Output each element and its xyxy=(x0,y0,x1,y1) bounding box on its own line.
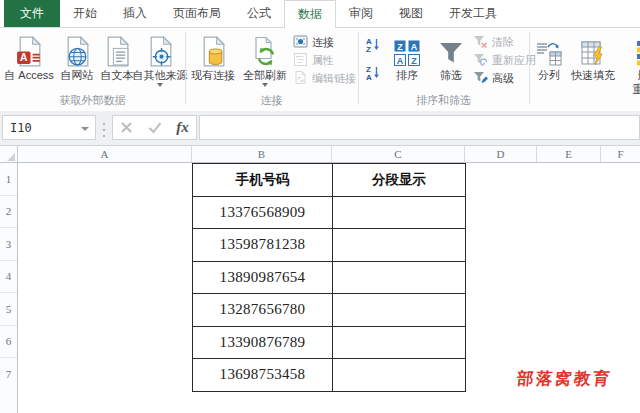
from-other-sources-button[interactable]: 自其他来源 xyxy=(137,31,183,95)
access-file-icon: A xyxy=(16,31,43,67)
advanced-filter-icon xyxy=(473,70,488,87)
row-header-6[interactable]: 6 xyxy=(0,326,17,359)
sort-ascending-button[interactable]: A Z xyxy=(361,31,383,57)
existing-connections-button[interactable]: 现有连接 xyxy=(189,31,237,95)
svg-text:A: A xyxy=(411,42,418,52)
column-header-c[interactable]: C xyxy=(332,146,465,162)
sort-za-icon: Z A xyxy=(364,64,381,81)
cell-segment-display[interactable] xyxy=(333,326,466,359)
table-row: 13890987654 xyxy=(193,261,466,294)
cell-segment-display[interactable] xyxy=(333,229,466,262)
phone-table: 手机号码 分段显示 13376568909 13598781238 138909… xyxy=(192,163,466,392)
cell-segment-display[interactable] xyxy=(333,359,466,392)
cell-phone-number[interactable]: 13598781238 xyxy=(193,229,333,262)
tab-data[interactable]: 数据 xyxy=(284,0,336,28)
column-header-d[interactable]: D xyxy=(465,146,537,162)
connections-icon xyxy=(293,34,308,51)
tab-file[interactable]: 文件 xyxy=(4,0,60,27)
column-header-b[interactable]: B xyxy=(192,146,332,162)
flash-fill-button[interactable]: 快速填充 xyxy=(569,31,617,95)
formula-bar: I10 fx xyxy=(0,111,640,146)
ribbon-tab-bar: 文件 开始 插入 页面布局 公式 数据 审阅 视图 开发工具 xyxy=(0,0,640,28)
cell-segment-header[interactable]: 分段显示 xyxy=(333,164,466,197)
advanced-filter-button[interactable]: 高级 xyxy=(473,69,514,87)
reapply-filter-icon xyxy=(473,52,488,69)
cancel-icon[interactable] xyxy=(120,121,133,134)
cell-phone-number[interactable]: 13890987654 xyxy=(193,261,333,294)
tab-review[interactable]: 审阅 xyxy=(336,0,386,27)
sort-dialog-icon: Z A A Z xyxy=(393,31,421,67)
group-separator xyxy=(529,32,530,104)
tab-view[interactable]: 视图 xyxy=(386,0,436,27)
column-header-f[interactable]: F xyxy=(601,146,640,162)
formula-buttons: fx xyxy=(112,115,197,140)
svg-text:Z: Z xyxy=(397,42,403,52)
cell-phone-number[interactable]: 13698753458 xyxy=(193,359,333,392)
tab-home[interactable]: 开始 xyxy=(60,0,110,27)
column-header-row: A B C D E F xyxy=(0,146,640,163)
dropdown-caret-icon xyxy=(157,83,163,87)
tab-insert[interactable]: 插入 xyxy=(110,0,160,27)
formula-bar-splitter[interactable] xyxy=(103,123,105,125)
row-header-7[interactable]: 7 xyxy=(0,358,17,391)
filter-button[interactable]: 筛选 xyxy=(431,31,471,95)
row-header-2[interactable]: 2 xyxy=(0,196,17,229)
name-box[interactable]: I10 xyxy=(2,115,96,140)
table-row: 13287656780 xyxy=(193,294,466,327)
edit-links-button: 编辑链接 xyxy=(293,69,356,87)
enter-icon[interactable] xyxy=(148,121,162,134)
sort-button[interactable]: Z A A Z 排序 xyxy=(385,31,429,95)
svg-text:A: A xyxy=(20,52,28,63)
sort-az-icon: A Z xyxy=(364,36,381,53)
from-web-button[interactable]: 自网站 xyxy=(57,31,97,95)
text-file-icon xyxy=(104,31,131,67)
svg-text:A: A xyxy=(397,56,404,66)
refresh-all-button[interactable]: 全部刷新 xyxy=(241,31,289,95)
table-row: 13390876789 xyxy=(193,326,466,359)
cell-segment-display[interactable] xyxy=(333,261,466,294)
cell-phone-number[interactable]: 13390876789 xyxy=(193,326,333,359)
globe-file-icon xyxy=(64,31,91,67)
from-access-button[interactable]: A 自 Access xyxy=(2,31,56,95)
row-header-3[interactable]: 3 xyxy=(0,228,17,261)
table-row: 13376568909 xyxy=(193,196,466,229)
refresh-icon xyxy=(251,31,279,67)
cell-segment-display[interactable] xyxy=(333,294,466,327)
cell-phone-number[interactable]: 13287656780 xyxy=(193,294,333,327)
text-to-columns-icon xyxy=(535,31,563,67)
crosshair-file-icon xyxy=(147,31,174,67)
group-label-sort-filter: 排序和筛选 xyxy=(358,93,529,108)
column-header-e[interactable]: E xyxy=(537,146,601,162)
column-header-a[interactable]: A xyxy=(18,146,192,162)
select-all-corner[interactable] xyxy=(0,146,18,162)
group-label-get-external-data: 获取外部数据 xyxy=(0,93,185,108)
sort-descending-button[interactable]: Z A xyxy=(361,59,383,85)
row-header-5[interactable]: 5 xyxy=(0,293,17,326)
tab-formulas[interactable]: 公式 xyxy=(234,0,284,27)
from-text-button[interactable]: 自文本 xyxy=(97,31,137,95)
svg-text:A: A xyxy=(366,73,372,81)
group-label-connections: 连接 xyxy=(185,93,358,108)
connections-button[interactable]: 连接 xyxy=(293,33,334,51)
cell-phone-header[interactable]: 手机号码 xyxy=(193,164,333,197)
ribbon-data-tab-panel: A 自 Access 自网站 自文本 xyxy=(0,28,640,112)
tab-page-layout[interactable]: 页面布局 xyxy=(160,0,234,27)
dropdown-caret-icon xyxy=(262,83,268,87)
reapply-filter-button: 重新应用 xyxy=(473,51,536,69)
edit-links-icon xyxy=(293,70,308,87)
tab-developer[interactable]: 开发工具 xyxy=(436,0,510,27)
cell-phone-number[interactable]: 13376568909 xyxy=(193,196,333,229)
row-header-column: 1 2 3 4 5 6 7 xyxy=(0,163,18,413)
row-header-4[interactable]: 4 xyxy=(0,261,17,294)
cell-segment-display[interactable] xyxy=(333,196,466,229)
text-to-columns-button[interactable]: 分列 xyxy=(531,31,567,95)
row-header-1[interactable]: 1 xyxy=(0,163,17,196)
remove-duplicates-button[interactable]: 删除 重复项 xyxy=(619,31,640,95)
properties-icon xyxy=(293,52,308,69)
formula-input[interactable] xyxy=(199,115,640,140)
funnel-icon xyxy=(437,31,465,67)
remove-duplicates-icon xyxy=(636,31,640,67)
name-box-caret-icon[interactable] xyxy=(81,127,89,131)
insert-function-button[interactable]: fx xyxy=(176,119,189,136)
watermark-text: 部落窝教育 xyxy=(516,368,613,390)
